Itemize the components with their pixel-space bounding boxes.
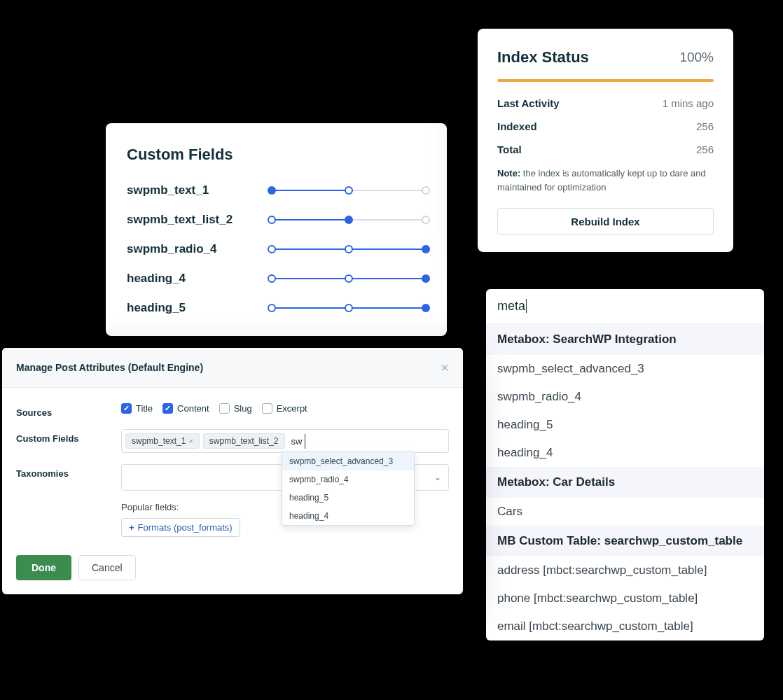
autocomplete-input[interactable]: meta: [486, 289, 764, 324]
remove-token-icon[interactable]: ×: [188, 437, 193, 445]
rebuild-index-button[interactable]: Rebuild Index: [497, 208, 714, 235]
index-row-label: Last Activity: [497, 97, 560, 109]
custom-fields-dropdown: swpmb_select_advanced_3swpmb_radio_4head…: [282, 451, 415, 526]
weight-slider[interactable]: [272, 276, 426, 281]
source-checkbox[interactable]: Content: [162, 403, 209, 414]
dropdown-item[interactable]: swpmb_select_advanced_3: [282, 452, 414, 470]
slider-handle[interactable]: [422, 216, 430, 224]
custom-fields-panel: Custom Fields swpmb_text_1swpmb_text_lis…: [106, 123, 447, 336]
sources-label: Sources: [16, 403, 121, 418]
checkbox-label: Title: [136, 403, 153, 414]
custom-field-row: swpmb_text_1: [127, 183, 426, 197]
slider-handle[interactable]: [268, 216, 276, 224]
slider-handle[interactable]: [268, 186, 276, 195]
custom-fields-title: Custom Fields: [127, 146, 426, 164]
slider-handle[interactable]: [268, 304, 276, 312]
custom-field-label: swpmb_radio_4: [127, 242, 217, 256]
index-row-label: Indexed: [497, 120, 537, 132]
manage-attributes-modal: Manage Post Attributes (Default Engine) …: [2, 348, 463, 594]
slider-handle[interactable]: [422, 274, 430, 283]
done-button[interactable]: Done: [16, 555, 71, 580]
checkbox-icon: [162, 403, 173, 414]
autocomplete-item[interactable]: swpmb_select_advanced_3: [486, 355, 764, 383]
custom-field-label: swpmb_text_1: [127, 183, 209, 197]
index-status-row: Last Activity1 mins ago: [497, 97, 714, 109]
weight-slider[interactable]: [272, 217, 426, 223]
weight-slider[interactable]: [272, 188, 426, 193]
custom-field-label: heading_4: [127, 272, 186, 286]
index-status-row: Total256: [497, 144, 714, 155]
slider-handle[interactable]: [345, 216, 353, 224]
slider-handle[interactable]: [268, 274, 276, 283]
source-checkbox[interactable]: Title: [121, 403, 153, 414]
index-status-note: Note: the index is automatically kept up…: [497, 167, 714, 194]
custom-fields-label: Custom Fields: [16, 429, 121, 444]
autocomplete-item[interactable]: email [mbct:searchwp_custom_table]: [486, 612, 764, 640]
slider-handle[interactable]: [422, 186, 430, 195]
custom-field-row: heading_4: [127, 272, 426, 286]
autocomplete-item[interactable]: phone [mbct:searchwp_custom_table]: [486, 584, 764, 612]
autocomplete-item[interactable]: address [mbct:searchwp_custom_table]: [486, 556, 764, 584]
custom-field-label: swpmb_text_list_2: [127, 213, 233, 227]
index-progress-bar: [497, 79, 714, 82]
dropdown-item[interactable]: heading_4: [282, 507, 414, 525]
source-checkbox[interactable]: Slug: [219, 403, 252, 414]
field-token[interactable]: swpmb_text_list_2: [203, 433, 285, 449]
autocomplete-item[interactable]: heading_4: [486, 439, 764, 467]
custom-field-row: swpmb_radio_4: [127, 242, 426, 256]
slider-handle[interactable]: [345, 274, 353, 283]
index-row-value: 1 mins ago: [663, 97, 714, 109]
index-status-row: Indexed256: [497, 120, 714, 132]
index-status-title: Index Status: [497, 48, 589, 66]
custom-field-label: heading_5: [127, 301, 186, 315]
slider-handle[interactable]: [345, 304, 353, 312]
autocomplete-group-header: Metabox: SearchWP Integration: [486, 324, 764, 355]
index-status-panel: Index Status 100% Last Activity1 mins ag…: [478, 29, 733, 252]
modal-title: Manage Post Attributes (Default Engine): [16, 362, 203, 373]
dropdown-item[interactable]: swpmb_radio_4: [282, 470, 414, 489]
index-row-value: 256: [696, 120, 714, 132]
slider-handle[interactable]: [345, 186, 353, 195]
checkbox-label: Content: [177, 403, 209, 414]
close-icon[interactable]: ×: [441, 360, 449, 374]
checkbox-icon: [219, 403, 230, 414]
autocomplete-item[interactable]: swpmb_radio_4: [486, 383, 764, 411]
slider-handle[interactable]: [422, 304, 430, 312]
checkbox-label: Excerpt: [277, 403, 307, 414]
formats-button[interactable]: + Formats (post_formats): [121, 518, 240, 537]
field-token[interactable]: swpmb_text_1×: [125, 433, 200, 449]
index-row-value: 256: [696, 144, 714, 155]
custom-field-row: swpmb_text_list_2: [127, 213, 426, 227]
weight-slider[interactable]: [272, 246, 426, 252]
slider-handle[interactable]: [268, 245, 276, 253]
checkbox-icon: [262, 403, 272, 414]
autocomplete-item[interactable]: heading_5: [486, 411, 764, 439]
chevron-down-icon: ⌄: [434, 472, 441, 482]
autocomplete-item[interactable]: Cars: [486, 498, 764, 526]
custom-field-row: heading_5: [127, 301, 426, 315]
index-row-label: Total: [497, 144, 522, 155]
autocomplete-group-header: MB Custom Table: searchwp_custom_table: [486, 526, 764, 556]
plus-icon: +: [129, 522, 134, 533]
weight-slider[interactable]: [272, 305, 426, 311]
autocomplete-panel: meta Metabox: SearchWP Integrationswpmb_…: [486, 289, 764, 640]
custom-fields-typed: sw: [289, 434, 306, 449]
slider-handle[interactable]: [345, 245, 353, 253]
index-status-percent: 100%: [679, 50, 714, 65]
slider-handle[interactable]: [422, 245, 430, 253]
dropdown-item[interactable]: heading_5: [282, 489, 414, 507]
checkbox-label: Slug: [234, 403, 252, 414]
checkbox-icon: [121, 403, 132, 414]
custom-fields-input[interactable]: swpmb_text_1×swpmb_text_list_2 sw swpmb_…: [121, 429, 449, 453]
autocomplete-group-header: Metabox: Car Details: [486, 467, 764, 498]
cancel-button[interactable]: Cancel: [78, 555, 136, 580]
taxonomies-label: Taxonomies: [16, 464, 121, 479]
source-checkbox[interactable]: Excerpt: [262, 403, 307, 414]
